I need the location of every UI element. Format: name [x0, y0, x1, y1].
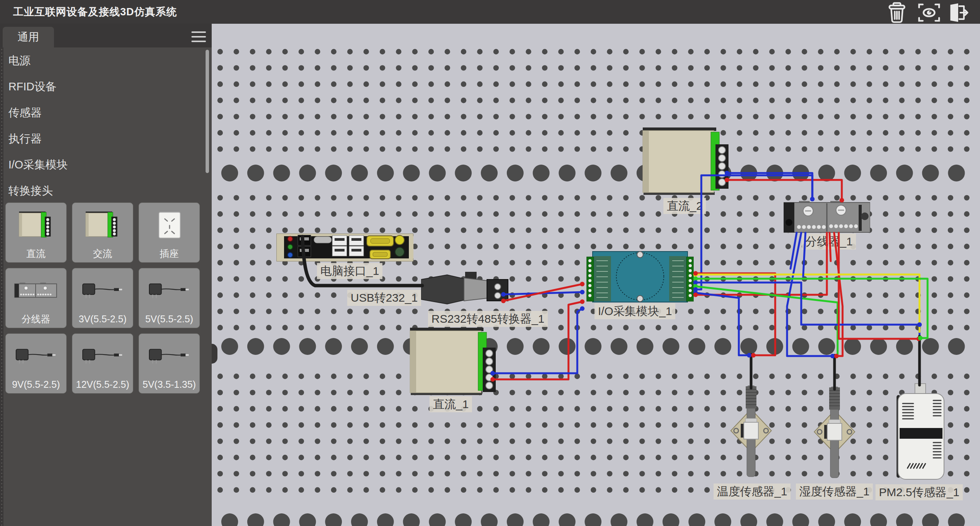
adapter-thumbnail-icon — [139, 268, 199, 313]
card-label: 分线器 — [22, 313, 51, 325]
dc-thumbnail-icon — [72, 203, 133, 248]
device-humid-sensor[interactable] — [813, 387, 856, 484]
sidebar-menu: 电源RFID设备传感器执行器I/O采集模块转换接头 — [0, 47, 203, 204]
sidebar-item-3[interactable]: 执行器 — [0, 126, 203, 152]
device-dc2[interactable] — [640, 127, 729, 197]
pm25-graphic — [896, 383, 946, 481]
adapter-thumbnail-icon — [72, 334, 133, 379]
card-label: 直流 — [26, 248, 46, 259]
simulation-canvas[interactable]: 电脑接口_1 USB转232_1 RS232转485转换器_1 I/O采集模块_… — [212, 24, 980, 526]
device-card-socket-2[interactable]: 插座 — [139, 203, 200, 263]
sidebar-item-1[interactable]: RFID设备 — [0, 74, 203, 100]
card-label: 插座 — [160, 248, 179, 259]
device-card-dc-1[interactable]: 交流 — [72, 203, 133, 263]
tab-strip: 通用 — [0, 24, 212, 47]
card-label: 5V(5.5-2.5) — [145, 313, 193, 325]
device-label: 分线器_1 — [802, 234, 856, 250]
adapter-thumbnail-icon — [72, 268, 133, 313]
dc-module-graphic — [408, 328, 497, 396]
device-temp-sensor[interactable] — [730, 386, 772, 483]
device-card-grid: 直流交流插座分线器3V(5.5-2.5)5V(5.5-2.5)9V(5.5-2.… — [5, 203, 200, 394]
device-label: 电脑接口_1 — [317, 263, 382, 279]
device-label: 直流_1 — [430, 396, 472, 412]
sidebar-item-5[interactable]: 转换接头 — [0, 178, 203, 204]
sidebar-item-0[interactable]: 电源 — [0, 47, 203, 74]
device-label: 直流_2 — [663, 198, 706, 214]
scrollbar-thumb[interactable] — [206, 50, 209, 173]
exit-icon[interactable] — [946, 2, 970, 23]
rs232-485-graphic — [421, 268, 517, 310]
sidebar: 通用 电源RFID设备传感器执行器I/O采集模块转换接头 直流交流插座分线器3V… — [0, 24, 212, 526]
device-card-adapter-7[interactable]: 12V(5.5-2.5) — [72, 333, 133, 394]
device-io-module[interactable] — [586, 251, 694, 304]
card-label: 12V(5.5-2.5) — [76, 379, 129, 390]
device-card-dc-0[interactable]: 直流 — [5, 203, 67, 263]
sidebar-item-2[interactable]: 传感器 — [0, 100, 203, 126]
trash-icon[interactable] — [885, 2, 909, 23]
app-window: 工业互联网设备及接线3D仿真系统 — [0, 0, 980, 526]
adapter-thumbnail-icon — [6, 334, 66, 379]
splitter-graphic — [784, 201, 870, 233]
title-bar: 工业互联网设备及接线3D仿真系统 — [0, 0, 980, 24]
card-label: 5V(3.5-1.35) — [143, 379, 196, 390]
device-label: PM2.5传感器_1 — [875, 484, 963, 500]
view-icon[interactable] — [917, 2, 941, 23]
device-card-adapter-4[interactable]: 3V(5.5-2.5) — [72, 268, 133, 328]
sidebar-item-4[interactable]: I/O采集模块 — [0, 152, 203, 178]
adapter-thumbnail-icon — [139, 334, 199, 379]
dc-thumbnail-icon — [6, 203, 66, 248]
pc-panel-graphic — [276, 234, 413, 261]
dc-module-graphic — [640, 127, 729, 196]
device-pm25-sensor[interactable] — [896, 383, 946, 482]
device-card-splitter-3[interactable]: 分线器 — [5, 268, 67, 328]
socket-thumbnail-icon — [139, 203, 199, 248]
hamburger-icon[interactable] — [191, 31, 206, 44]
device-card-adapter-6[interactable]: 9V(5.5-2.5) — [5, 333, 67, 394]
device-label: USB转232_1 — [347, 290, 421, 306]
device-label: 温度传感器_1 — [714, 484, 791, 500]
page-title: 工业互联网设备及接线3D仿真系统 — [13, 0, 177, 24]
device-label: 湿度传感器_1 — [796, 484, 873, 500]
tab-general[interactable]: 通用 — [3, 27, 54, 47]
splitter-thumbnail-icon — [6, 268, 66, 313]
sidebar-collapse-handle[interactable] — [212, 344, 217, 364]
device-splitter[interactable] — [784, 201, 870, 235]
device-rs232-485-converter[interactable] — [421, 268, 517, 312]
device-label: RS232转485转换器_1 — [428, 311, 548, 327]
device-pc-panel[interactable] — [276, 234, 413, 263]
device-dc1[interactable] — [408, 328, 497, 397]
probe-sensor-graphic — [730, 386, 772, 481]
io-module-graphic — [586, 251, 694, 303]
device-card-adapter-5[interactable]: 5V(5.5-2.5) — [139, 268, 200, 328]
card-label: 交流 — [93, 248, 112, 259]
probe-sensor-graphic — [813, 387, 856, 482]
device-label: I/O采集模块_1 — [595, 303, 675, 319]
card-label: 3V(5.5-2.5) — [78, 313, 126, 325]
card-label: 9V(5.5-2.5) — [12, 379, 60, 390]
device-card-adapter-8[interactable]: 5V(3.5-1.35) — [139, 333, 200, 394]
